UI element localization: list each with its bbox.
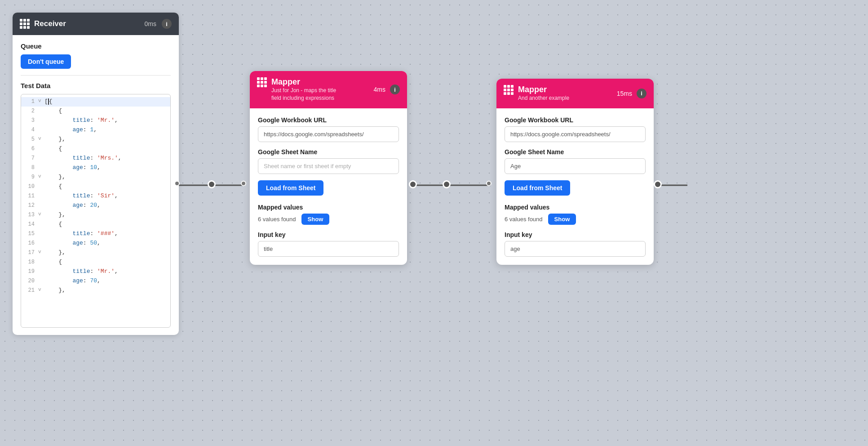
mapper-1-subtitle: Just for Jon - maps the titlefield inclu… <box>271 87 336 102</box>
mapper-2-mapped-section: Mapped values 6 values found Show <box>505 204 646 225</box>
mapper-2-body: Google Workbook URL Google Sheet Name Lo… <box>496 108 654 265</box>
dont-queue-button[interactable]: Don't queue <box>21 54 71 69</box>
code-line-16: 16 age: 50, <box>21 239 170 248</box>
divider <box>21 75 171 76</box>
mapper-2-values-found: 6 values found <box>505 216 543 223</box>
code-line-6: 6 { <box>21 144 170 154</box>
code-line-13: 13 v }, <box>21 210 170 220</box>
mapper-card-1: Mapper Just for Jon - maps the titlefiel… <box>250 71 407 265</box>
mapper-2-header: Mapper And another example 15ms i <box>496 79 654 108</box>
receiver-panel: Receiver 0ms i Queue Don't queue Test Da… <box>13 13 179 335</box>
code-line-9: 9 v }, <box>21 173 170 182</box>
mapper-2-mapped-row: 6 values found Show <box>505 214 646 225</box>
mapper-1-header-left: Mapper Just for Jon - maps the titlefiel… <box>257 77 336 102</box>
mapper-1-mapped-section: Mapped values 6 values found Show <box>258 204 399 225</box>
mapper-1-sheet-label: Google Sheet Name <box>258 148 399 156</box>
mapper-2-subtitle: And another example <box>518 94 569 102</box>
code-line-10: 10 { <box>21 182 170 192</box>
mapper-1-header-right: 4ms i <box>374 85 400 94</box>
mapper-1-sheet-input[interactable] <box>258 158 399 174</box>
mapper-1-title: Mapper <box>271 77 336 87</box>
mapper-2-sheet-label: Google Sheet Name <box>505 148 646 156</box>
receiver-info-icon[interactable]: i <box>162 19 172 29</box>
mapper-2-sheet-input[interactable] <box>505 158 646 174</box>
test-data-label: Test Data <box>21 82 171 89</box>
code-line-2: 2 { <box>21 107 170 116</box>
mapper-1-input-key-section: Input key <box>258 231 399 257</box>
code-editor[interactable]: 1 v [{ 2 { 3 title: 'Mr.', 4 <box>21 94 171 328</box>
mapper-1-time: 4ms <box>374 86 385 93</box>
code-line-12: 12 age: 20, <box>21 201 170 210</box>
mapper-1-show-button[interactable]: Show <box>301 214 330 225</box>
code-line-18: 18 { <box>21 258 170 267</box>
code-line-20: 20 age: 70, <box>21 277 170 286</box>
code-line-21: 21 v }, <box>21 286 170 295</box>
mapper-2-header-right: 15ms i <box>617 89 647 98</box>
mapper-2-input-key-section: Input key <box>505 231 646 257</box>
code-line-17: 17 v }, <box>21 248 170 258</box>
code-line-7: 7 title: 'Mrs.', <box>21 154 170 163</box>
mapper-2-input-key-label: Input key <box>505 231 646 238</box>
mapper-1-mapped-label: Mapped values <box>258 204 399 211</box>
receiver-time: 0ms <box>145 20 156 27</box>
mapper-1-header: Mapper Just for Jon - maps the titlefiel… <box>250 71 407 108</box>
mapper-1-grid-icon <box>257 77 267 87</box>
mapper-2-input-key-input[interactable] <box>505 241 646 257</box>
code-line-3: 3 title: 'Mr.', <box>21 116 170 125</box>
code-line-4: 4 age: 1, <box>21 125 170 135</box>
mapper-1-values-found: 6 values found <box>258 216 296 223</box>
mapper-1-input-key-label: Input key <box>258 231 399 238</box>
mapper-2-header-left: Mapper And another example <box>504 85 569 102</box>
mapper-2-workbook-label: Google Workbook URL <box>505 116 646 124</box>
code-line-11: 11 title: 'Sir', <box>21 192 170 201</box>
code-line-5: 5 v }, <box>21 135 170 144</box>
mapper-1-workbook-label: Google Workbook URL <box>258 116 399 124</box>
mapper-1-info-icon[interactable]: i <box>390 85 400 94</box>
mapper-1-input-key-input[interactable] <box>258 241 399 257</box>
code-line-15: 15 title: '###', <box>21 229 170 239</box>
code-line-8: 8 age: 10, <box>21 163 170 173</box>
queue-label: Queue <box>21 42 171 50</box>
mapper-2-grid-icon <box>504 85 514 95</box>
receiver-header: Receiver 0ms i <box>13 13 179 35</box>
mapper-2-mapped-label: Mapped values <box>505 204 646 211</box>
receiver-title: Receiver <box>34 19 66 28</box>
mapper-2-title-block: Mapper And another example <box>518 85 569 102</box>
code-line-1: 1 v [{ <box>21 97 170 107</box>
mapper-2-info-icon[interactable]: i <box>637 89 647 98</box>
mapper-2-title: Mapper <box>518 85 569 94</box>
receiver-header-left: Receiver <box>20 19 66 29</box>
grid-icon <box>20 19 30 29</box>
mapper-1-title-block: Mapper Just for Jon - maps the titlefiel… <box>271 77 336 102</box>
mapper-2-workbook-input[interactable] <box>505 126 646 142</box>
mapper-1-load-button[interactable]: Load from Sheet <box>258 180 323 196</box>
mapper-2-load-button[interactable]: Load from Sheet <box>505 180 570 196</box>
mapper-2-show-button[interactable]: Show <box>548 214 576 225</box>
mapper-card-2: Mapper And another example 15ms i Google… <box>496 79 654 265</box>
receiver-header-right: 0ms i <box>145 19 172 29</box>
mapper-1-body: Google Workbook URL Google Sheet Name Lo… <box>250 108 407 265</box>
mapper-2-time: 15ms <box>617 90 632 97</box>
mapper-1-workbook-input[interactable] <box>258 126 399 142</box>
mapper-1-mapped-row: 6 values found Show <box>258 214 399 225</box>
code-line-14: 14 { <box>21 220 170 229</box>
receiver-body: Queue Don't queue Test Data 1 v [{ 2 { 3 <box>13 35 179 335</box>
code-line-19: 19 title: 'Mr.', <box>21 267 170 277</box>
